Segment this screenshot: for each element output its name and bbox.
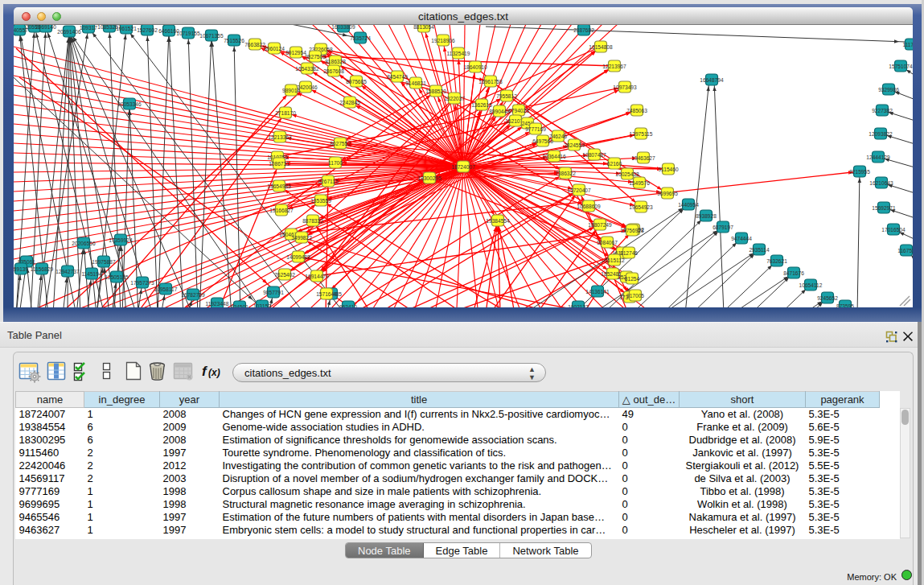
svg-text:9474444: 9474444: [731, 236, 752, 241]
svg-text:19384554: 19384554: [486, 218, 510, 224]
svg-text:7515526: 7515526: [224, 38, 244, 43]
svg-text:19756928: 19756928: [620, 228, 644, 233]
svg-text:1527602: 1527602: [137, 27, 158, 33]
svg-text:10025438: 10025438: [615, 171, 639, 177]
svg-text:8215955: 8215955: [849, 169, 870, 175]
svg-text:14136141: 14136141: [585, 289, 610, 295]
svg-text:9146821: 9146821: [405, 80, 426, 86]
svg-text:10719155: 10719155: [176, 31, 200, 36]
svg-text:6879197: 6879197: [713, 225, 733, 230]
svg-text:2069140: 2069140: [35, 25, 56, 30]
svg-text:81254: 81254: [625, 276, 640, 282]
svg-text:8027552: 8027552: [330, 141, 351, 146]
svg-text:16154808: 16154808: [589, 44, 613, 50]
svg-text:2935114: 2935114: [749, 247, 770, 253]
svg-text:6497568: 6497568: [532, 138, 553, 144]
svg-text:8975685: 8975685: [346, 79, 367, 84]
svg-text:1322037: 1322037: [444, 96, 465, 101]
svg-text:19654923: 19654923: [629, 204, 653, 210]
svg-text:1588520: 1588520: [425, 89, 446, 94]
svg-text:7955812: 7955812: [496, 93, 517, 99]
svg-text:16033809: 16033809: [331, 25, 355, 30]
svg-text:10807487: 10807487: [582, 152, 606, 158]
svg-text:962410: 962410: [339, 304, 357, 307]
svg-text:17957273: 17957273: [130, 280, 154, 286]
svg-text:109317: 109317: [80, 25, 97, 31]
svg-text:12942737: 12942737: [55, 269, 80, 274]
svg-text:17359924: 17359924: [109, 237, 133, 243]
svg-text:19654985: 19654985: [267, 183, 291, 189]
svg-text:14099488: 14099488: [286, 254, 310, 260]
svg-text:17016504: 17016504: [881, 227, 906, 233]
svg-text:10973493: 10973493: [613, 84, 637, 90]
svg-text:15751074: 15751074: [889, 64, 913, 69]
svg-text:1061521: 1061521: [116, 26, 137, 31]
svg-text:7632621: 7632621: [766, 258, 787, 264]
svg-text:12505135: 12505135: [105, 274, 129, 280]
svg-text:111743: 111743: [902, 42, 913, 47]
svg-text:9245652: 9245652: [817, 295, 838, 301]
svg-text:8990448: 8990448: [489, 109, 510, 114]
svg-text:10958117: 10958117: [154, 286, 178, 292]
svg-text:1353559: 1353559: [310, 198, 331, 204]
svg-text:8186328: 8186328: [325, 59, 346, 64]
svg-text:1615112: 1615112: [604, 257, 625, 263]
svg-text:9827508: 9827508: [305, 54, 326, 60]
svg-text:1571644: 1571644: [316, 291, 337, 297]
svg-text:8454749: 8454749: [387, 74, 408, 80]
svg-text:9084067: 9084067: [597, 240, 618, 245]
svg-text:1362615: 1362615: [471, 102, 492, 108]
svg-text:20691406: 20691406: [57, 29, 81, 35]
svg-text:9777169: 9777169: [525, 126, 546, 132]
svg-text:103152: 103152: [253, 303, 271, 307]
svg-text:15692971: 15692971: [872, 205, 896, 211]
svg-text:873595: 873595: [836, 303, 854, 307]
svg-text:10688609: 10688609: [577, 204, 601, 209]
svg-text:16782759: 16782759: [181, 292, 205, 298]
svg-text:19463627: 19463627: [631, 155, 655, 161]
svg-text:9699695: 9699695: [657, 191, 678, 196]
svg-text:19975887: 19975887: [92, 259, 116, 265]
svg-text:18807249: 18807249: [588, 222, 612, 228]
svg-text:13975115: 13975115: [630, 131, 653, 137]
svg-text:8878332: 8878332: [302, 218, 323, 224]
svg-text:8813054: 8813054: [413, 25, 434, 30]
svg-text:19218906: 19218906: [431, 38, 455, 43]
svg-text:7625402: 7625402: [274, 272, 295, 278]
svg-text:15720407: 15720407: [567, 187, 591, 193]
svg-text:989014: 989014: [282, 88, 300, 93]
svg-text:16210643: 16210643: [869, 180, 893, 186]
svg-text:9857791: 9857791: [263, 290, 284, 295]
svg-text:16648794: 16648794: [700, 77, 724, 83]
svg-text:9115460: 9115460: [658, 167, 679, 172]
svg-text:924501: 924501: [231, 304, 248, 307]
svg-text:1549576: 1549576: [629, 180, 650, 186]
svg-text:3499822: 3499822: [291, 235, 312, 241]
svg-text:18640910: 18640910: [463, 64, 487, 70]
svg-text:11325419: 11325419: [447, 51, 470, 56]
svg-text:16961758: 16961758: [478, 79, 503, 84]
svg-text:20206556: 20206556: [72, 241, 96, 246]
svg-text:2387682: 2387682: [573, 27, 594, 33]
svg-text:18300295: 18300295: [417, 175, 441, 181]
svg-text:9227382: 9227382: [872, 108, 893, 113]
svg-text:20364416: 20364416: [542, 154, 566, 159]
svg-text:1002133: 1002133: [568, 304, 589, 307]
svg-text:12444129: 12444129: [866, 154, 890, 160]
svg-text:2718170: 2718170: [275, 110, 296, 116]
svg-text:1145194: 1145194: [81, 271, 102, 277]
svg-text:1440954: 1440954: [678, 202, 699, 208]
svg-text:62160: 62160: [607, 161, 622, 167]
svg-text:10671355: 10671355: [199, 33, 224, 39]
svg-text:8267115: 8267115: [318, 179, 339, 184]
svg-text:(x): (x): [208, 367, 220, 378]
svg-text:7485063: 7485063: [626, 108, 647, 113]
svg-text:2242845: 2242845: [339, 100, 360, 105]
svg-text:11156829: 11156829: [31, 266, 54, 272]
svg-text:12213967: 12213967: [602, 64, 626, 69]
svg-text:8960124: 8960124: [264, 46, 285, 51]
svg-text:16914479: 16914479: [305, 274, 329, 279]
svg-text:9329986: 9329986: [878, 87, 899, 93]
svg-text:10654112: 10654112: [799, 282, 823, 288]
svg-text:116753: 116753: [897, 248, 913, 253]
